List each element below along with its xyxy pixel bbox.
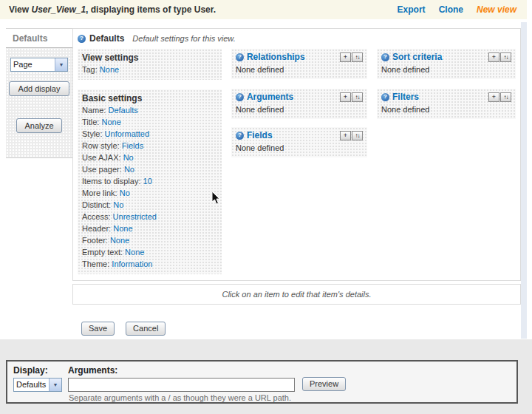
- display-type-value: Page: [11, 58, 55, 71]
- add-display-button[interactable]: Add display: [9, 81, 69, 96]
- empty-text-value-link[interactable]: None: [125, 248, 144, 257]
- help-icon[interactable]: ?: [381, 93, 389, 101]
- help-icon[interactable]: ?: [78, 35, 86, 43]
- sort-criteria-box: ? Sort criteria + ↑↓ None defined: [377, 49, 516, 79]
- clone-link[interactable]: Clone: [439, 4, 463, 15]
- sort-criteria-ops: + ↑↓: [488, 52, 511, 62]
- setting-row-distinct: Distinct: No: [82, 199, 217, 211]
- help-icon[interactable]: ?: [236, 53, 244, 61]
- preview-arguments-label: Arguments:: [68, 365, 117, 376]
- view-header-bar: View User_View_1, displaying items of ty…: [0, 0, 527, 19]
- sort-criteria-empty-text: None defined: [381, 64, 511, 75]
- setting-row-name: Name: Defaults: [82, 104, 217, 116]
- add-icon[interactable]: +: [340, 92, 351, 102]
- preview-display-label: Display:: [13, 365, 48, 376]
- header-links: Export Clone New view: [398, 4, 516, 15]
- display-title: Defaults: [89, 33, 124, 44]
- rearrange-icon[interactable]: ↑↓: [500, 52, 511, 62]
- help-icon[interactable]: ?: [236, 132, 244, 140]
- theme-value-link[interactable]: Information: [112, 259, 152, 268]
- rearrange-icon[interactable]: ↑↓: [352, 52, 363, 62]
- setting-row-theme: Theme: Information: [82, 258, 217, 270]
- column-3: ? Sort criteria + ↑↓ None defined ? Filt…: [377, 49, 516, 119]
- save-button[interactable]: Save: [81, 322, 115, 336]
- access-value-link[interactable]: Unrestricted: [113, 212, 157, 221]
- setting-row-use-pager: Use pager: No: [82, 163, 217, 175]
- filters-title-link[interactable]: Filters: [392, 92, 419, 102]
- help-icon[interactable]: ?: [236, 93, 244, 101]
- add-icon[interactable]: +: [488, 52, 499, 62]
- setting-row-more-link: More link: No: [82, 187, 217, 199]
- sort-criteria-header: ? Sort criteria + ↑↓: [381, 52, 511, 62]
- arguments-box: ? Arguments + ↑↓ None defined: [231, 89, 367, 119]
- chevron-down-icon: ▼: [55, 58, 67, 71]
- use-ajax-value-link[interactable]: No: [123, 153, 134, 162]
- display-type-select[interactable]: Page ▼: [10, 58, 68, 72]
- view-settings-title: View settings: [82, 52, 217, 64]
- setting-row-row-style: Row style: Fields: [82, 140, 217, 152]
- title-suffix: , displaying items of type User.: [86, 4, 216, 15]
- display-settings-panel: ? Defaults Default settings for this vie…: [72, 28, 521, 281]
- filters-ops: + ↑↓: [488, 92, 511, 102]
- add-icon[interactable]: +: [488, 92, 499, 102]
- view-name: User_View_1: [31, 4, 86, 15]
- add-icon[interactable]: +: [340, 52, 351, 62]
- column-1: View settings Tag: None Basic settings N…: [78, 49, 222, 274]
- chevron-down-icon: ▼: [49, 379, 61, 391]
- edit-note: Click on an item to edit that item's det…: [72, 284, 521, 305]
- tab-defaults[interactable]: Defaults: [6, 28, 72, 48]
- title-prefix: View: [9, 4, 31, 15]
- fields-title-link[interactable]: Fields: [247, 130, 273, 140]
- display-description: Default settings for this view.: [132, 34, 235, 43]
- setting-row-style: Style: Unformatted: [82, 128, 217, 140]
- new-view-link[interactable]: New view: [477, 4, 516, 15]
- items-value-link[interactable]: 10: [143, 177, 152, 186]
- setting-row-use-ajax: Use AJAX: No: [82, 152, 217, 163]
- add-icon[interactable]: +: [340, 131, 351, 140]
- relationships-header: ? Relationships + ↑↓: [236, 52, 363, 62]
- page-title: View User_View_1, displaying items of ty…: [9, 4, 216, 15]
- basic-settings-title: Basic settings: [82, 92, 217, 104]
- column-2: ? Relationships + ↑↓ None defined ? Argu…: [231, 49, 367, 157]
- export-link[interactable]: Export: [398, 4, 426, 15]
- relationships-title-link[interactable]: Relationships: [247, 52, 305, 62]
- title-value-link[interactable]: None: [102, 118, 121, 126]
- header-value-link[interactable]: None: [113, 224, 132, 233]
- analyze-button[interactable]: Analyze: [16, 118, 62, 133]
- basic-settings-box: Basic settings Name: Defaults Title: Non…: [78, 89, 222, 274]
- fields-box: ? Fields + ↑↓ None defined: [231, 127, 367, 157]
- filters-header: ? Filters + ↑↓: [381, 92, 511, 102]
- help-icon[interactable]: ?: [381, 53, 389, 61]
- rearrange-icon[interactable]: ↑↓: [352, 131, 363, 140]
- arguments-header: ? Arguments + ↑↓: [236, 92, 363, 102]
- form-actions: Save Cancel: [81, 322, 166, 336]
- name-value-link[interactable]: Defaults: [108, 106, 137, 115]
- row-style-value-link[interactable]: Fields: [122, 141, 143, 150]
- displays-sidebar: Defaults Page ▼ Add display Analyze: [6, 28, 72, 158]
- use-pager-value-link[interactable]: No: [124, 165, 134, 174]
- relationships-empty-text: None defined: [236, 64, 363, 75]
- distinct-value-link[interactable]: No: [113, 200, 123, 209]
- rearrange-icon[interactable]: ↑↓: [500, 92, 511, 102]
- sort-criteria-title-link[interactable]: Sort criteria: [392, 52, 442, 62]
- rearrange-icon[interactable]: ↑↓: [352, 92, 363, 102]
- setting-row-items: Items to display: 10: [82, 175, 217, 187]
- filters-box: ? Filters + ↑↓ None defined: [377, 89, 516, 119]
- arguments-title-link[interactable]: Arguments: [247, 92, 293, 102]
- arguments-help-text: Separate arguments with a / as though th…: [69, 393, 291, 402]
- live-preview-panel: Display: Defaults ▼ Arguments: Preview S…: [6, 360, 518, 404]
- fields-header: ? Fields + ↑↓: [236, 130, 363, 140]
- style-value-link[interactable]: Unformatted: [105, 129, 150, 138]
- fields-ops: + ↑↓: [339, 131, 363, 140]
- setting-row-header: Header: None: [82, 223, 217, 234]
- footer-value-link[interactable]: None: [110, 236, 129, 245]
- preview-button[interactable]: Preview: [302, 377, 346, 391]
- setting-row-title: Title: None: [82, 116, 217, 128]
- setting-row-tag: Tag: None: [82, 64, 217, 75]
- more-link-value-link[interactable]: No: [120, 189, 130, 197]
- arguments-input[interactable]: [68, 378, 295, 392]
- display-title-row: ? Defaults Default settings for this vie…: [73, 29, 520, 47]
- preview-display-select[interactable]: Defaults ▼: [13, 378, 62, 392]
- tag-value-link[interactable]: None: [100, 65, 119, 74]
- cancel-button[interactable]: Cancel: [126, 322, 166, 336]
